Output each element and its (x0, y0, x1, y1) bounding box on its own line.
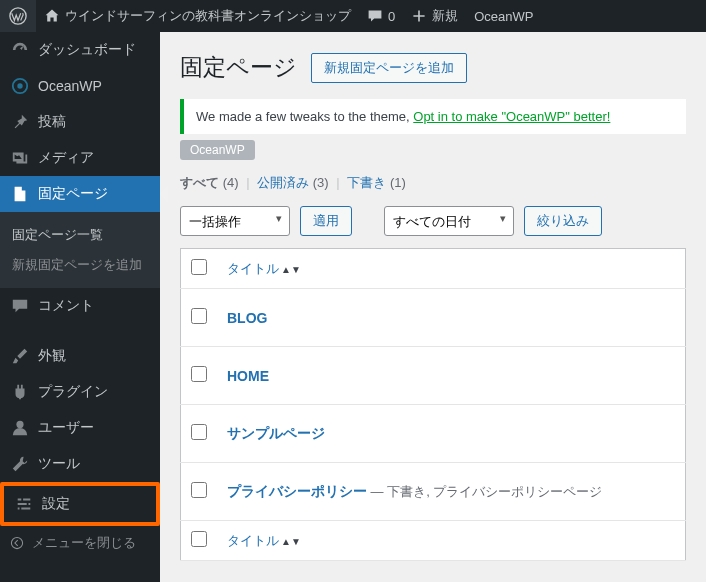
status-filters: すべて (4) | 公開済み (3) | 下書き (1) (180, 174, 686, 192)
menu-label: 投稿 (38, 113, 66, 131)
table-row: プライバシーポリシー — 下書き, プライバシーポリシーページ (181, 463, 686, 521)
menu-comments[interactable]: コメント (0, 288, 160, 324)
wordpress-icon (8, 6, 28, 26)
plugin-icon (10, 382, 30, 402)
comment-icon (367, 8, 383, 24)
collapse-label: メニューを閉じる (32, 534, 136, 552)
bulk-action-select[interactable]: 一括操作 (180, 206, 290, 236)
settings-highlight: 設定 (0, 482, 160, 526)
menu-media[interactable]: メディア (0, 140, 160, 176)
filter-published[interactable]: 公開済み (257, 175, 309, 190)
home-icon (44, 8, 60, 24)
menu-label: ユーザー (38, 419, 94, 437)
main-content: 固定ページ 新規固定ページを追加 We made a few tweaks to… (160, 32, 706, 582)
page-title: 固定ページ (180, 52, 297, 83)
table-row: BLOG (181, 289, 686, 347)
site-name-link[interactable]: ウインドサーフィンの教科書オンラインショップ (36, 0, 359, 32)
apply-button[interactable]: 適用 (300, 206, 352, 236)
notice-optin-link[interactable]: Opt in to make "OceanWP" better! (413, 109, 610, 124)
menu-label: 外観 (38, 347, 66, 365)
menu-oceanwp[interactable]: OceanWP (0, 68, 160, 104)
sort-icon: ▲▼ (281, 536, 301, 547)
menu-label: コメント (38, 297, 94, 315)
menu-label: 設定 (42, 495, 70, 513)
row-checkbox[interactable] (191, 424, 207, 440)
menu-label: プラグイン (38, 383, 108, 401)
menu-collapse[interactable]: メニューを閉じる (0, 526, 160, 560)
filter-draft-count: (1) (390, 175, 406, 190)
menu-label: OceanWP (38, 78, 102, 94)
submenu-pages-new[interactable]: 新規固定ページを追加 (0, 250, 160, 280)
submenu-pages: 固定ページ一覧 新規固定ページを追加 (0, 212, 160, 288)
menu-dashboard[interactable]: ダッシュボード (0, 32, 160, 68)
filter-draft[interactable]: 下書き (347, 175, 386, 190)
row-checkbox[interactable] (191, 366, 207, 382)
menu-tools[interactable]: ツール (0, 446, 160, 482)
oceanwp-tag[interactable]: OceanWP (180, 140, 255, 160)
page-icon (10, 184, 30, 204)
page-title-link[interactable]: BLOG (227, 310, 267, 326)
page-title-link[interactable]: サンプルページ (227, 425, 325, 441)
filter-all[interactable]: すべて (180, 175, 219, 190)
user-icon (10, 418, 30, 438)
notice-text: We made a few tweaks to the theme, (196, 109, 413, 124)
submenu-pages-list[interactable]: 固定ページ一覧 (0, 220, 160, 250)
pin-icon (10, 112, 30, 132)
menu-label: 固定ページ (38, 185, 108, 203)
sort-icon: ▲▼ (281, 264, 301, 275)
menu-users[interactable]: ユーザー (0, 410, 160, 446)
comment-icon (10, 296, 30, 316)
new-content-link[interactable]: 新規 (403, 0, 466, 32)
page-title-link[interactable]: HOME (227, 368, 269, 384)
column-title-header[interactable]: タイトル▲▼ (217, 249, 686, 289)
row-checkbox[interactable] (191, 482, 207, 498)
comments-link[interactable]: 0 (359, 0, 403, 32)
svg-point-2 (17, 83, 22, 88)
wp-logo-menu[interactable] (0, 0, 36, 32)
oceanwp-notice: We made a few tweaks to the theme, Opt i… (180, 99, 686, 134)
admin-sidebar: ダッシュボード OceanWP 投稿 メディア 固定ページ 固定ページ一覧 新規… (0, 32, 160, 582)
svg-point-3 (16, 421, 23, 428)
table-row: HOME (181, 347, 686, 405)
dashboard-icon (10, 40, 30, 60)
media-icon (10, 148, 30, 168)
wrench-icon (10, 454, 30, 474)
filter-button[interactable]: 絞り込み (524, 206, 602, 236)
menu-label: ツール (38, 455, 80, 473)
column-title-footer[interactable]: タイトル▲▼ (217, 521, 686, 561)
comments-count: 0 (388, 9, 395, 24)
user-menu[interactable]: OceanWP (466, 0, 541, 32)
row-checkbox[interactable] (191, 308, 207, 324)
site-name-text: ウインドサーフィンの教科書オンラインショップ (65, 7, 351, 25)
menu-posts[interactable]: 投稿 (0, 104, 160, 140)
brush-icon (10, 346, 30, 366)
select-all-checkbox[interactable] (191, 259, 207, 275)
sliders-icon (14, 494, 34, 514)
table-row: サンプルページ (181, 405, 686, 463)
admin-topbar: ウインドサーフィンの教科書オンラインショップ 0 新規 OceanWP (0, 0, 706, 32)
new-label: 新規 (432, 7, 458, 25)
page-state: — 下書き, プライバシーポリシーページ (367, 484, 602, 499)
select-all-checkbox-footer[interactable] (191, 531, 207, 547)
menu-label: ダッシュボード (38, 41, 136, 59)
filter-all-count: (4) (223, 175, 239, 190)
user-label: OceanWP (474, 9, 533, 24)
oceanwp-icon (10, 76, 30, 96)
filter-published-count: (3) (313, 175, 329, 190)
menu-plugins[interactable]: プラグイン (0, 374, 160, 410)
menu-label: メディア (38, 149, 94, 167)
page-title-link[interactable]: プライバシーポリシー (227, 483, 367, 499)
menu-settings[interactable]: 設定 (4, 486, 156, 522)
menu-pages[interactable]: 固定ページ (0, 176, 160, 212)
menu-appearance[interactable]: 外観 (0, 338, 160, 374)
plus-icon (411, 8, 427, 24)
date-filter-select[interactable]: すべての日付 (384, 206, 514, 236)
svg-point-4 (11, 537, 22, 548)
pages-table: タイトル▲▼ BLOGHOMEサンプルページプライバシーポリシー — 下書き, … (180, 248, 686, 561)
collapse-icon (10, 536, 24, 550)
tablenav-top: 一括操作 適用 すべての日付 絞り込み (180, 206, 686, 236)
add-new-page-button[interactable]: 新規固定ページを追加 (311, 53, 467, 83)
